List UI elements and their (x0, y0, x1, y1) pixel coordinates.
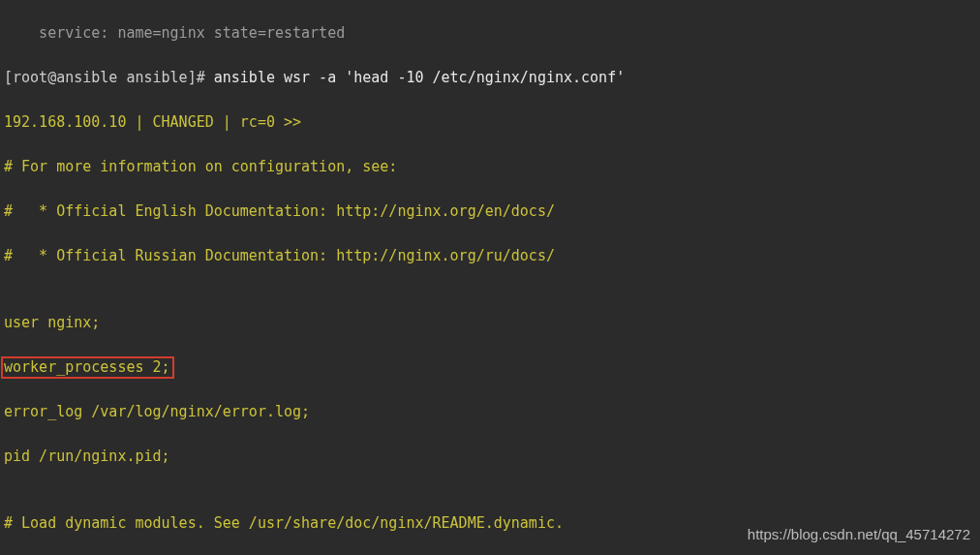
command-text: ansible wsr -a 'head -10 /etc/nginx/ngin… (214, 69, 625, 86)
highlight-box: worker_processes 2; (1, 356, 174, 379)
highlight-line: worker_processes 2; (4, 356, 976, 379)
output-line: error_log /var/log/nginx/error.log; (4, 401, 976, 423)
output-line: # * Official English Documentation: http… (4, 200, 976, 223)
output-line: pid /run/nginx.pid; (4, 446, 976, 468)
output-line: service: name=nginx state=restarted (4, 22, 976, 45)
terminal-window[interactable]: service: name=nginx state=restarted [roo… (0, 0, 980, 555)
output-line: user nginx; (4, 312, 976, 334)
prompt-line: [root@ansible ansible]# ansible wsr -a '… (4, 67, 976, 89)
host-status-line: 192.168.100.10 | CHANGED | rc=0 >> (4, 111, 976, 134)
watermark-text: https://blog.csdn.net/qq_45714272 (748, 523, 970, 545)
output-line: # For more information on configuration,… (4, 156, 976, 178)
shell-prompt: [root@ansible ansible]# (4, 69, 214, 86)
output-line: # * Official Russian Documentation: http… (4, 245, 976, 267)
